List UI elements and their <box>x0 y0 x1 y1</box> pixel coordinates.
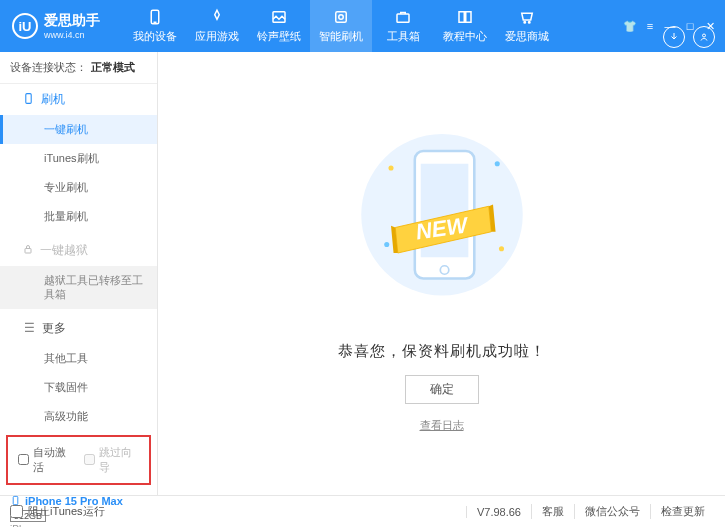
skin-icon[interactable]: 👕 <box>623 19 637 33</box>
view-log-link[interactable]: 查看日志 <box>420 418 464 433</box>
sidebar-sub-batch[interactable]: 批量刷机 <box>0 202 157 231</box>
sidebar-sub-oneclick[interactable]: 一键刷机 <box>0 115 157 144</box>
sidebar-sub-pro[interactable]: 专业刷机 <box>0 173 157 202</box>
app-url: www.i4.cn <box>44 30 100 40</box>
svg-point-16 <box>494 161 499 166</box>
user-button[interactable] <box>693 26 715 48</box>
success-message: 恭喜您，保资料刷机成功啦！ <box>338 342 546 361</box>
success-illustration: NEW <box>357 114 527 328</box>
nav-smart-flash[interactable]: 智能刷机 <box>310 0 372 52</box>
nav-tutorial[interactable]: 教程中心 <box>434 0 496 52</box>
app-logo: iU 爱思助手 www.i4.cn <box>12 12 100 40</box>
checkbox-block-itunes[interactable]: 阻止iTunes运行 <box>10 504 105 519</box>
svg-point-7 <box>703 34 706 37</box>
svg-point-17 <box>498 246 503 251</box>
sidebar-sub-advanced[interactable]: 高级功能 <box>0 402 157 431</box>
refresh-icon <box>332 8 350 26</box>
sidebar: 设备连接状态： 正常模式 刷机 一键刷机 iTunes刷机 专业刷机 批量刷机 … <box>0 52 158 495</box>
device-type: iPhone <box>10 524 147 527</box>
download-button[interactable] <box>663 26 685 48</box>
svg-rect-4 <box>397 14 409 22</box>
sidebar-group-jailbreak[interactable]: 一键越狱 <box>0 235 157 266</box>
sidebar-sub-download[interactable]: 下载固件 <box>0 373 157 402</box>
flash-icon <box>22 92 35 108</box>
svg-point-15 <box>388 165 393 170</box>
lock-icon <box>22 243 34 258</box>
toolbox-icon <box>394 8 412 26</box>
svg-rect-9 <box>25 249 31 254</box>
version-label: V7.98.66 <box>466 506 531 518</box>
sidebar-sub-itunes[interactable]: iTunes刷机 <box>0 144 157 173</box>
checkbox-skip-guide[interactable]: 跳过向导 <box>84 445 140 475</box>
svg-rect-3 <box>336 12 347 23</box>
device-status: 设备连接状态： 正常模式 <box>0 52 157 84</box>
more-icon: ☰ <box>22 321 36 335</box>
top-nav: 我的设备 应用游戏 铃声壁纸 智能刷机 工具箱 <box>124 0 623 52</box>
apps-icon <box>208 8 226 26</box>
sidebar-group-flash[interactable]: 刷机 <box>0 84 157 115</box>
nav-ringtones[interactable]: 铃声壁纸 <box>248 0 310 52</box>
nav-my-device[interactable]: 我的设备 <box>124 0 186 52</box>
titlebar: iU 爱思助手 www.i4.cn 我的设备 应用游戏 铃声壁纸 <box>0 0 725 52</box>
svg-rect-8 <box>26 93 31 103</box>
phone-icon <box>146 8 164 26</box>
options-row: 自动激活 跳过向导 <box>6 435 151 485</box>
sidebar-sub-othertools[interactable]: 其他工具 <box>0 344 157 373</box>
nav-toolbox[interactable]: 工具箱 <box>372 0 434 52</box>
logo-icon: iU <box>12 13 38 39</box>
svg-point-5 <box>524 22 526 24</box>
sidebar-jailbreak-note: 越狱工具已转移至工具箱 <box>0 266 157 309</box>
nav-store[interactable]: 爱思商城 <box>496 0 558 52</box>
cart-icon <box>518 8 536 26</box>
wechat-link[interactable]: 微信公众号 <box>574 504 650 519</box>
support-link[interactable]: 客服 <box>531 504 574 519</box>
app-name: 爱思助手 <box>44 12 100 30</box>
image-icon <box>270 8 288 26</box>
ok-button[interactable]: 确定 <box>405 375 479 404</box>
menu-icon[interactable]: ≡ <box>643 19 657 33</box>
sidebar-group-more[interactable]: ☰ 更多 <box>0 313 157 344</box>
checkbox-auto-activate[interactable]: 自动激活 <box>18 445 74 475</box>
nav-apps[interactable]: 应用游戏 <box>186 0 248 52</box>
update-link[interactable]: 检查更新 <box>650 504 715 519</box>
book-icon <box>456 8 474 26</box>
main-content: NEW 恭喜您，保资料刷机成功啦！ 确定 查看日志 <box>158 52 725 495</box>
svg-point-6 <box>529 22 531 24</box>
svg-point-18 <box>384 242 389 247</box>
svg-rect-10 <box>13 496 18 504</box>
